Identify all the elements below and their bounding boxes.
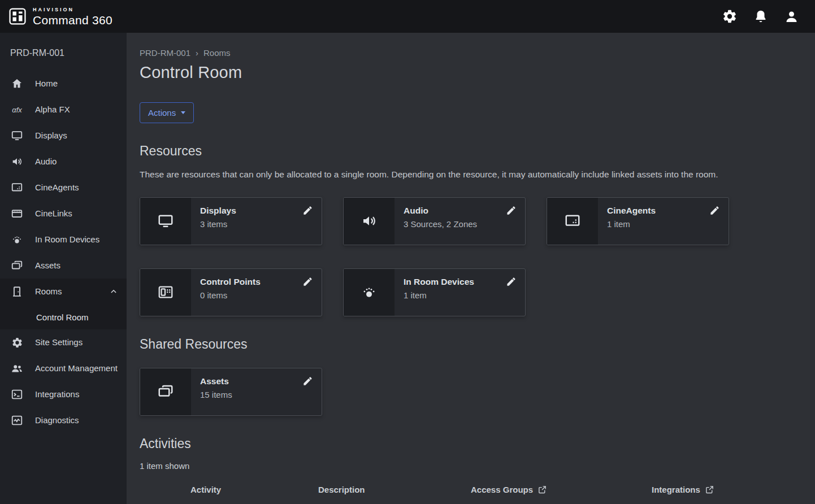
- sidebar-item-label: CineLinks: [35, 205, 119, 223]
- cinelinks-icon: [10, 207, 24, 220]
- card-subtitle: 0 items: [200, 290, 313, 300]
- integrations-terminal-icon: [10, 388, 24, 401]
- sidebar-item-cineagents[interactable]: CineAgents: [0, 175, 127, 201]
- resource-card-cineagents: CineAgents 1 item: [547, 197, 729, 245]
- alpha-fx-icon: αfx: [10, 106, 24, 114]
- resource-card-in-room-devices: In Room Devices 1 item: [343, 268, 526, 316]
- sidebar-item-label: Home: [35, 75, 119, 93]
- haivision-logo-icon: [8, 7, 27, 26]
- card-title: Audio: [404, 206, 516, 216]
- sidebar-item-account-management[interactable]: Account Management: [0, 355, 127, 381]
- sidebar: PRD-RM-001 Home αfx Alpha FX Displays Au…: [0, 33, 127, 504]
- sidebar-item-label: Audio: [35, 153, 119, 171]
- edit-pencil-icon[interactable]: [302, 376, 313, 386]
- column-access-groups-label: Access Groups: [471, 485, 533, 494]
- notifications-bell-icon[interactable]: [753, 9, 768, 24]
- breadcrumb-current: Rooms: [203, 48, 231, 58]
- sidebar-item-label: Rooms: [35, 283, 97, 301]
- sidebar-item-label: Integrations: [35, 385, 119, 403]
- rooms-icon: [10, 285, 24, 298]
- card-subtitle: 15 items: [200, 390, 313, 399]
- breadcrumb: PRD-RM-001 › Rooms: [140, 48, 800, 58]
- card-title: CineAgents: [607, 206, 719, 216]
- actions-button-label: Actions: [148, 108, 176, 118]
- sidebar-item-site-settings[interactable]: Site Settings: [0, 329, 127, 355]
- sidebar-item-label: In Room Devices: [35, 231, 119, 249]
- assets-icon: [10, 259, 24, 272]
- sidebar-item-control-room[interactable]: Control Room: [0, 305, 127, 329]
- sidebar-item-audio[interactable]: Audio: [0, 149, 127, 175]
- user-account-icon[interactable]: [784, 9, 799, 24]
- main-content: PRD-RM-001 › Rooms Control Room Actions …: [127, 33, 815, 504]
- breadcrumb-separator: ›: [196, 48, 198, 58]
- in-room-devices-icon: [10, 233, 24, 246]
- column-integrations-label: Integrations: [652, 485, 700, 494]
- sidebar-item-rooms[interactable]: Rooms: [0, 279, 127, 305]
- sidebar-item-cinelinks[interactable]: CineLinks: [0, 201, 127, 227]
- site-settings-gear-icon: [10, 337, 24, 349]
- resource-card-displays: Displays 3 items: [140, 197, 322, 245]
- diagnostics-icon: [10, 414, 24, 427]
- shared-resources-card-grid: Assets 15 items: [140, 368, 761, 416]
- card-subtitle: 3 items: [200, 219, 313, 229]
- sidebar-item-label: Account Management: [35, 359, 119, 377]
- site-label: PRD-RM-001: [0, 33, 127, 71]
- sidebar-item-displays[interactable]: Displays: [0, 123, 127, 149]
- sidebar-item-label: Displays: [35, 127, 119, 145]
- chevron-up-icon: [109, 286, 119, 297]
- sidebar-item-label: CineAgents: [35, 179, 119, 197]
- edit-pencil-icon[interactable]: [302, 276, 313, 287]
- sidebar-rooms-group: Rooms Control Room: [0, 279, 127, 329]
- sidebar-item-home[interactable]: Home: [0, 71, 127, 97]
- resource-card-audio: Audio 3 Sources, 2 Zones: [343, 197, 526, 245]
- sidebar-item-in-room-devices[interactable]: In Room Devices: [0, 227, 127, 253]
- card-title: Control Points: [200, 277, 313, 287]
- card-title: In Room Devices: [404, 277, 516, 287]
- sidebar-item-label: Assets: [35, 257, 119, 275]
- product-name: Command 360: [33, 14, 112, 26]
- brand-name: HAIVISION: [33, 7, 112, 12]
- edit-pencil-icon[interactable]: [709, 205, 720, 216]
- edit-pencil-icon[interactable]: [506, 205, 517, 216]
- audio-speaker-icon: [344, 198, 395, 245]
- sidebar-item-assets[interactable]: Assets: [0, 253, 127, 279]
- control-points-icon: [140, 269, 191, 316]
- sidebar-item-diagnostics[interactable]: Diagnostics: [0, 407, 127, 433]
- sidebar-item-integrations[interactable]: Integrations: [0, 381, 127, 407]
- sidebar-item-alpha-fx[interactable]: αfx Alpha FX: [0, 97, 127, 123]
- sidebar-nav: Home αfx Alpha FX Displays Audio CineAge…: [0, 71, 127, 433]
- column-access-groups: Access Groups: [471, 485, 652, 494]
- actions-button[interactable]: Actions: [140, 102, 194, 123]
- settings-icon[interactable]: [722, 8, 738, 24]
- breadcrumb-parent[interactable]: PRD-RM-001: [140, 48, 190, 58]
- assets-icon: [140, 368, 191, 415]
- audio-icon: [10, 155, 24, 168]
- topbar: HAIVISION Command 360: [0, 0, 815, 33]
- sidebar-item-label: Alpha FX: [35, 101, 119, 119]
- external-link-icon[interactable]: [537, 485, 547, 494]
- external-link-icon[interactable]: [705, 485, 714, 494]
- account-management-icon: [10, 362, 24, 375]
- edit-pencil-icon[interactable]: [302, 205, 313, 216]
- resources-description: These are resources that can only be all…: [140, 168, 790, 181]
- card-title: Assets: [200, 376, 313, 386]
- resources-heading: Resources: [140, 144, 800, 159]
- column-description: Description: [318, 485, 471, 494]
- card-subtitle: 1 item: [607, 219, 719, 229]
- activities-heading: Activities: [140, 436, 800, 451]
- in-room-devices-icon: [344, 269, 395, 316]
- column-integrations: Integrations: [652, 485, 800, 494]
- card-title: Displays: [200, 206, 313, 216]
- shared-card-assets: Assets 15 items: [140, 368, 322, 416]
- card-subtitle: 1 item: [404, 290, 516, 300]
- shared-resources-heading: Shared Resources: [140, 337, 800, 352]
- edit-pencil-icon[interactable]: [506, 276, 517, 287]
- brand-logo[interactable]: HAIVISION Command 360: [8, 7, 112, 26]
- caret-down-icon: [181, 111, 185, 114]
- page-title: Control Room: [140, 63, 800, 82]
- sidebar-item-label: Site Settings: [35, 333, 119, 351]
- sidebar-item-label: Diagnostics: [35, 411, 119, 429]
- activities-table-header: Activity Description Access Groups Integ…: [140, 477, 800, 502]
- display-icon: [140, 198, 191, 245]
- cineagents-icon: [547, 198, 598, 245]
